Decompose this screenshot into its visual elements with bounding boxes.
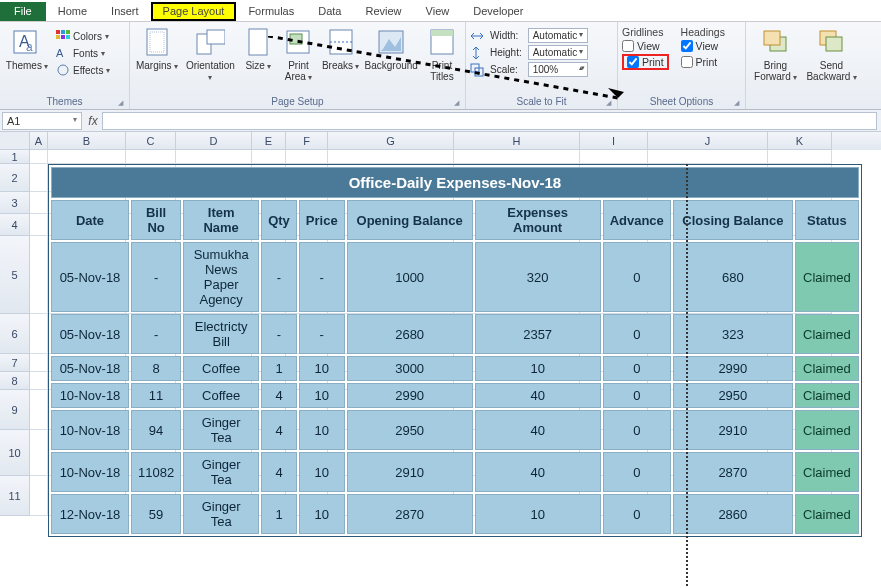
table-cell-adv[interactable]: 0 (603, 383, 671, 408)
col-header-H[interactable]: H (454, 132, 580, 150)
table-cell-adv[interactable]: 0 (603, 452, 671, 492)
cell[interactable] (30, 372, 48, 390)
table-cell-date[interactable]: 12-Nov-18 (51, 494, 129, 534)
bring-forward-button[interactable]: Bring Forward (750, 24, 801, 82)
tab-view[interactable]: View (414, 2, 462, 21)
fonts-button[interactable]: A Fonts▾ (54, 45, 112, 61)
table-cell-item[interactable]: Ginger Tea (183, 452, 259, 492)
table-cell-bill[interactable]: - (131, 242, 181, 312)
table-cell-bill[interactable]: 94 (131, 410, 181, 450)
table-cell-status[interactable]: Claimed (795, 356, 859, 381)
table-cell-close[interactable]: 323 (673, 314, 793, 354)
table-cell-item[interactable]: Coffee (183, 383, 259, 408)
tab-data[interactable]: Data (306, 2, 353, 21)
col-header-C[interactable]: C (126, 132, 176, 150)
table-cell-close[interactable]: 2860 (673, 494, 793, 534)
col-header-J[interactable]: J (648, 132, 768, 150)
table-cell-qty[interactable]: - (261, 314, 297, 354)
cell[interactable] (30, 390, 48, 430)
table-cell-open[interactable]: 1000 (347, 242, 473, 312)
table-cell-price[interactable]: 10 (299, 452, 345, 492)
row-header-1[interactable]: 1 (0, 150, 30, 164)
gridlines-print-check[interactable]: Print (627, 56, 664, 68)
table-cell-status[interactable]: Claimed (795, 242, 859, 312)
table-cell-close[interactable]: 2870 (673, 452, 793, 492)
table-cell-status[interactable]: Claimed (795, 410, 859, 450)
row-header-5[interactable]: 5 (0, 236, 30, 314)
table-cell-status[interactable]: Claimed (795, 452, 859, 492)
table-cell-price[interactable]: 10 (299, 356, 345, 381)
background-button[interactable]: Background (364, 24, 419, 71)
select-all-corner[interactable] (0, 132, 30, 150)
gridlines-view-check[interactable]: View (622, 40, 669, 52)
tab-developer[interactable]: Developer (461, 2, 535, 21)
scale-spin[interactable]: 100% (528, 62, 588, 77)
table-cell-item[interactable]: Ginger Tea (183, 410, 259, 450)
tab-page-layout[interactable]: Page Layout (151, 2, 237, 21)
cell[interactable] (580, 150, 648, 164)
table-cell-bill[interactable]: 59 (131, 494, 181, 534)
cell[interactable] (328, 150, 454, 164)
table-cell-date[interactable]: 05-Nov-18 (51, 356, 129, 381)
send-backward-button[interactable]: Send Backward (805, 24, 858, 82)
tab-review[interactable]: Review (353, 2, 413, 21)
table-cell-open[interactable]: 2990 (347, 383, 473, 408)
col-header-G[interactable]: G (328, 132, 454, 150)
table-cell-qty[interactable]: 4 (261, 383, 297, 408)
row-header-10[interactable]: 10 (0, 430, 30, 476)
row-header-3[interactable]: 3 (0, 192, 30, 214)
cell[interactable] (30, 354, 48, 372)
row-header-8[interactable]: 8 (0, 372, 30, 390)
table-cell-price[interactable]: 10 (299, 494, 345, 534)
row-header-6[interactable]: 6 (0, 314, 30, 354)
table-cell-adv[interactable]: 0 (603, 410, 671, 450)
table-cell-bill[interactable]: 11 (131, 383, 181, 408)
table-cell-date[interactable]: 10-Nov-18 (51, 410, 129, 450)
orientation-button[interactable]: Orientation (184, 24, 237, 82)
cell[interactable] (252, 150, 286, 164)
table-cell-qty[interactable]: 1 (261, 494, 297, 534)
table-cell-exp[interactable]: 2357 (475, 314, 601, 354)
col-header-F[interactable]: F (286, 132, 328, 150)
table-cell-adv[interactable]: 0 (603, 494, 671, 534)
table-cell-item[interactable]: Coffee (183, 356, 259, 381)
col-header-A[interactable]: A (30, 132, 48, 150)
breaks-button[interactable]: Breaks (322, 24, 360, 71)
table-cell-adv[interactable]: 0 (603, 242, 671, 312)
table-cell-price[interactable]: - (299, 314, 345, 354)
col-header-I[interactable]: I (580, 132, 648, 150)
table-cell-date[interactable]: 10-Nov-18 (51, 383, 129, 408)
table-cell-bill[interactable]: 11082 (131, 452, 181, 492)
cell[interactable] (30, 150, 48, 164)
table-cell-status[interactable]: Claimed (795, 494, 859, 534)
table-cell-exp[interactable]: 40 (475, 383, 601, 408)
table-cell-open[interactable]: 2950 (347, 410, 473, 450)
themes-button[interactable]: Aa Themes (4, 24, 50, 71)
cell[interactable] (286, 150, 328, 164)
effects-button[interactable]: Effects▾ (54, 62, 112, 78)
cell[interactable] (48, 150, 126, 164)
row-header-2[interactable]: 2 (0, 164, 30, 192)
row-header-11[interactable]: 11 (0, 476, 30, 516)
width-combo[interactable]: Automatic (528, 28, 588, 43)
table-cell-adv[interactable]: 0 (603, 356, 671, 381)
table-cell-date[interactable]: 10-Nov-18 (51, 452, 129, 492)
tab-file[interactable]: File (0, 2, 46, 21)
margins-button[interactable]: Margins (134, 24, 180, 71)
cell[interactable] (454, 150, 580, 164)
table-cell-open[interactable]: 3000 (347, 356, 473, 381)
table-cell-status[interactable]: Claimed (795, 383, 859, 408)
cell[interactable] (176, 150, 252, 164)
tab-home[interactable]: Home (46, 2, 99, 21)
table-cell-exp[interactable]: 40 (475, 452, 601, 492)
table-cell-open[interactable]: 2680 (347, 314, 473, 354)
table-cell-price[interactable]: 10 (299, 383, 345, 408)
table-cell-qty[interactable]: 1 (261, 356, 297, 381)
colors-button[interactable]: Colors▾ (54, 28, 112, 44)
col-header-D[interactable]: D (176, 132, 252, 150)
table-cell-price[interactable]: 10 (299, 410, 345, 450)
print-titles-button[interactable]: Print Titles (423, 24, 461, 82)
table-cell-open[interactable]: 2870 (347, 494, 473, 534)
table-cell-qty[interactable]: - (261, 242, 297, 312)
height-combo[interactable]: Automatic (528, 45, 588, 60)
